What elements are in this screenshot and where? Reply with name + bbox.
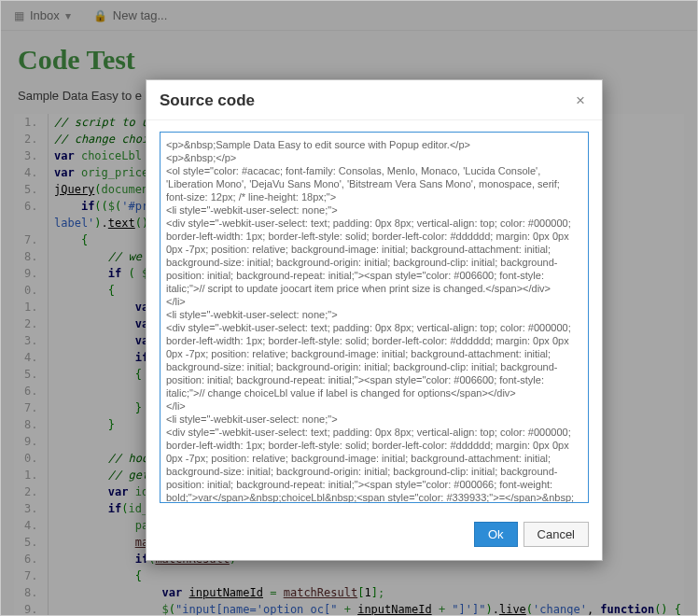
ok-button[interactable]: Ok — [474, 522, 518, 547]
modal-footer: Ok Cancel — [147, 514, 602, 560]
close-button[interactable]: × — [572, 91, 589, 110]
cancel-button[interactable]: Cancel — [524, 522, 589, 547]
source-code-modal: Source code × Ok Cancel — [146, 79, 603, 561]
screenshot-stage: ▦ Inbox ▾ 🔒 New tag... Code Test Sample … — [0, 0, 698, 616]
modal-header: Source code × — [147, 80, 602, 120]
source-code-textarea[interactable] — [160, 132, 589, 503]
close-icon: × — [576, 91, 585, 109]
modal-title: Source code — [160, 91, 255, 110]
modal-body — [147, 120, 602, 514]
